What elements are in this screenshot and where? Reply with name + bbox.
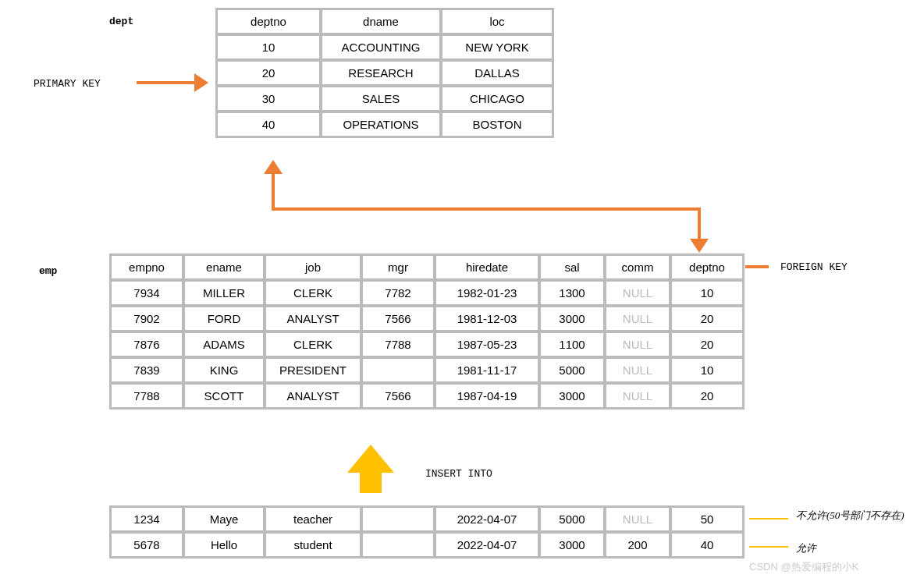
foreign-key-label: FOREIGN KEY: [780, 261, 848, 273]
table-row: 40OPERATIONSBOSTON: [217, 112, 553, 137]
connector-v2: [698, 207, 701, 239]
arrow-shaft: [137, 81, 194, 84]
dept-header-loc: loc: [442, 9, 553, 34]
primary-key-label: PRIMARY KEY: [34, 78, 101, 90]
emp-table: empno ename job mgr hiredate sal comm de…: [109, 254, 745, 410]
fk-arrow-shaft: [745, 265, 769, 268]
table-row: 7839KINGPRESIDENT1981-11-175000NULL10: [111, 358, 743, 382]
watermark: CSDN @热爱编程的小K: [749, 560, 858, 574]
table-header-row: empno ename job mgr hiredate sal comm de…: [111, 255, 743, 279]
table-header-row: deptno dname loc: [217, 9, 553, 34]
dept-header-dname: dname: [322, 9, 440, 34]
arrow-down-icon: [690, 239, 709, 253]
table-row: 20RESEARCHDALLAS: [217, 61, 553, 85]
insert-table: 1234Mayeteacher2022-04-075000NULL50 5678…: [109, 505, 745, 558]
arrow-up-icon: [264, 160, 283, 174]
dept-table: deptno dname loc 10ACCOUNTINGNEW YORK 20…: [215, 8, 554, 138]
arrow-right-icon: [194, 73, 208, 92]
table-row: 7902FORDANALYST75661981-12-033000NULL20: [111, 307, 743, 331]
dept-header-deptno: deptno: [217, 9, 320, 34]
table-row: 1234Mayeteacher2022-04-075000NULL50: [111, 507, 743, 531]
table-row: 10ACCOUNTINGNEW YORK: [217, 35, 553, 59]
table-row: 7876ADAMSCLERK77881987-05-231100NULL20: [111, 332, 743, 356]
table-row: 7788SCOTTANALYST75661987-04-193000NULL20: [111, 384, 743, 408]
insert-arrow-stem: [360, 473, 382, 493]
connector-h: [272, 207, 701, 211]
table-row: 5678Hellostudent2022-04-07300020040: [111, 533, 743, 557]
annot-line-1: [749, 518, 788, 519]
insert-into-label: INSERT INTO: [425, 468, 492, 480]
table-row: 7934MILLERCLERK77821982-01-231300NULL10: [111, 281, 743, 305]
insert-arrow-up-icon: [347, 445, 394, 473]
annot-line-2: [749, 546, 788, 548]
emp-label: emp: [39, 265, 57, 277]
allowed-label: 允许: [796, 541, 816, 555]
connector-v1: [272, 174, 275, 209]
table-row: 30SALESCHICAGO: [217, 87, 553, 111]
dept-label: dept: [109, 16, 133, 27]
not-allowed-label: 不允许(50号部门不存在): [796, 509, 905, 523]
